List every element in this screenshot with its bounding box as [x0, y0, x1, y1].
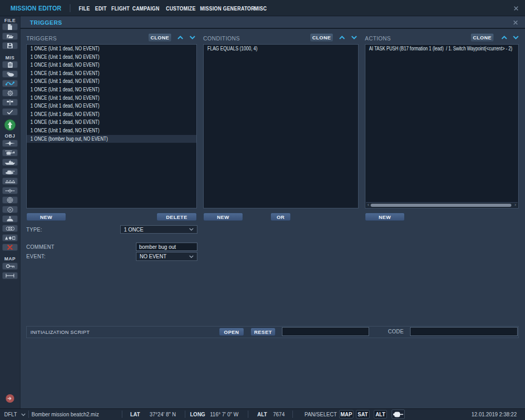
profile-chevron-icon[interactable] [21, 413, 26, 416]
action-list-item[interactable]: AI TASK PUSH (B17 formation 1 (lead) / 1… [365, 45, 518, 53]
conditions-column-label: CONDITIONS [203, 35, 240, 41]
weather-icon[interactable] [2, 70, 18, 78]
menu-item[interactable]: EDIT [95, 5, 107, 12]
triggers-delete-button[interactable]: DELETE [156, 213, 197, 221]
static-group-icon[interactable] [2, 177, 18, 185]
triggers-window-titlebar: TRIGGERS [20, 16, 525, 29]
vehicle-icon[interactable] [2, 168, 18, 175]
scroll-thumb[interactable] [371, 204, 511, 207]
trigger-list-item[interactable]: 1 ONCE (Unit 1 dead, NO EVENT) [27, 69, 196, 78]
toolbar-sidebar: FILE MIS OBJ MAP [0, 16, 20, 408]
conditions-move-down-icon[interactable] [351, 35, 358, 40]
exit-icon[interactable] [5, 394, 15, 405]
airplane-icon[interactable] [2, 140, 18, 147]
actions-move-up-icon[interactable] [501, 35, 508, 40]
triggers-close-icon[interactable] [512, 19, 519, 26]
code-input[interactable] [410, 327, 518, 336]
sat-view-button[interactable]: SAT [356, 410, 370, 418]
menu-item[interactable]: MISSION GENERATOR [200, 5, 255, 12]
alt-view-button[interactable]: ALT [374, 410, 387, 418]
event-dropdown[interactable]: NO EVENT [136, 252, 197, 261]
chevron-down-icon [189, 255, 194, 258]
trigger-list-item[interactable]: 1 ONCE (Unit 1 dead, NO EVENT) [27, 77, 196, 86]
helicopter-icon[interactable] [2, 149, 18, 156]
trigger-list-item[interactable]: 1 ONCE (Unit 1 dead, NO EVENT) [27, 45, 196, 53]
trigger-list-item[interactable]: 1 ONCE (Unit 1 dead, NO EVENT) [27, 61, 196, 69]
type-value: 1 ONCE [124, 227, 143, 233]
briefing-icon[interactable] [2, 61, 18, 68]
route-icon[interactable] [2, 187, 18, 194]
divider [248, 411, 248, 418]
type-label: TYPE: [26, 227, 42, 233]
triggers-window-title: TRIGGERS [30, 19, 62, 26]
reset-script-button[interactable]: RESET [250, 328, 276, 336]
menu-item[interactable]: FLIGHT [111, 5, 130, 12]
bullseye-icon[interactable] [2, 89, 18, 97]
trigger-list-item[interactable]: 1 ONCE (Unit 1 dead, NO EVENT) [27, 110, 196, 119]
triggers-move-down-icon[interactable] [189, 35, 196, 40]
scroll-right-icon[interactable]: › [513, 203, 518, 207]
open-script-button[interactable]: OPEN [219, 328, 244, 336]
check-icon[interactable] [2, 108, 18, 116]
triggers-clone-button[interactable]: CLONE [148, 33, 172, 42]
save-icon[interactable] [2, 42, 18, 49]
conditions-new-button[interactable]: NEW [203, 213, 243, 221]
conditions-clone-button[interactable]: CLONE [310, 33, 333, 42]
actions-move-down-icon[interactable] [512, 35, 519, 40]
zone-icon[interactable] [2, 206, 18, 213]
actions-horizontal-scrollbar[interactable]: ‹ › [366, 202, 518, 207]
map-options-icon[interactable] [2, 262, 18, 270]
triggers-move-up-icon[interactable] [177, 35, 184, 40]
mission-editor: MISSION EDITOR FILEEDITFLIGHTCAMPAIGNCUS… [0, 0, 525, 420]
actions-clone-button[interactable]: CLONE [470, 33, 494, 42]
profile-selector[interactable]: DFLT [4, 412, 17, 417]
conditions-or-button[interactable]: OR [270, 213, 291, 221]
farp-icon[interactable] [2, 215, 18, 223]
title-divider [70, 4, 70, 12]
chain-icon[interactable] [2, 225, 18, 232]
new-file-icon[interactable] [2, 23, 18, 30]
trigger-list-item[interactable]: 1 ONCE (bomber bug out, NO EVENT) [27, 135, 196, 143]
trigger-list-item[interactable]: 1 ONCE (Unit 1 dead, NO EVENT) [27, 118, 196, 127]
open-folder-icon[interactable] [2, 33, 18, 40]
ship-icon[interactable] [2, 159, 18, 166]
delete-icon[interactable] [2, 244, 18, 251]
menu-item[interactable]: CAMPAIGN [132, 5, 160, 12]
actions-new-button[interactable]: NEW [365, 213, 405, 221]
comment-label: COMMENT [26, 244, 55, 250]
condition-list-item[interactable]: FLAG EQUALS (1000, 4) [204, 45, 358, 53]
template-icon[interactable] [2, 196, 18, 204]
connection-plug-icon[interactable] [392, 410, 405, 419]
long-value: 116° 7' 0" W [210, 412, 238, 417]
comment-input[interactable]: bomber bug out [136, 243, 197, 251]
code-label: CODE [388, 329, 404, 334]
alt-value: 7674 [273, 412, 285, 417]
triggers-list[interactable]: 1 ONCE (Unit 1 dead, NO EVENT)1 ONCE (Un… [26, 44, 197, 208]
window-close-icon[interactable] [513, 5, 519, 12]
triggers-icon[interactable] [2, 80, 18, 87]
menu-item[interactable]: FILE [79, 5, 90, 12]
menu-item[interactable]: CUSTOMIZE [166, 5, 196, 12]
datetime: 12.01.2019 2:38:22 [471, 412, 517, 417]
conditions-move-up-icon[interactable] [339, 35, 345, 40]
trigger-list-item[interactable]: 1 ONCE (Unit 1 dead, NO EVENT) [27, 94, 196, 102]
trigger-list-item[interactable]: 1 ONCE (Unit 1 dead, NO EVENT) [27, 53, 196, 61]
initialization-script-label: INITIALIZATION SCRIPT [30, 329, 90, 335]
goal-icon[interactable] [2, 99, 18, 106]
shapes-icon[interactable] [2, 234, 18, 242]
trigger-list-item[interactable]: 1 ONCE (Unit 1 dead, NO EVENT) [27, 102, 196, 110]
section-label-obj: OBJ [0, 133, 20, 139]
map-view-button[interactable]: MAP [339, 410, 353, 418]
triggers-new-button[interactable]: NEW [26, 213, 66, 221]
trigger-list-item[interactable]: 1 ONCE (Unit 1 dead, NO EVENT) [27, 86, 196, 94]
conditions-list[interactable]: FLAG EQUALS (1000, 4) [203, 44, 359, 208]
scroll-left-icon[interactable]: ‹ [366, 203, 371, 207]
menu-item[interactable]: MISC [254, 5, 267, 12]
type-dropdown[interactable]: 1 ONCE [120, 225, 197, 234]
script-file-input[interactable] [282, 327, 369, 336]
ruler-icon[interactable] [2, 272, 18, 279]
fly-mission-icon[interactable] [4, 119, 16, 133]
actions-list[interactable]: AI TASK PUSH (B17 formation 1 (lead) / 1… [365, 44, 519, 208]
trigger-list-item[interactable]: 1 ONCE (Unit 1 dead, NO EVENT) [27, 127, 196, 135]
divider [292, 411, 293, 418]
